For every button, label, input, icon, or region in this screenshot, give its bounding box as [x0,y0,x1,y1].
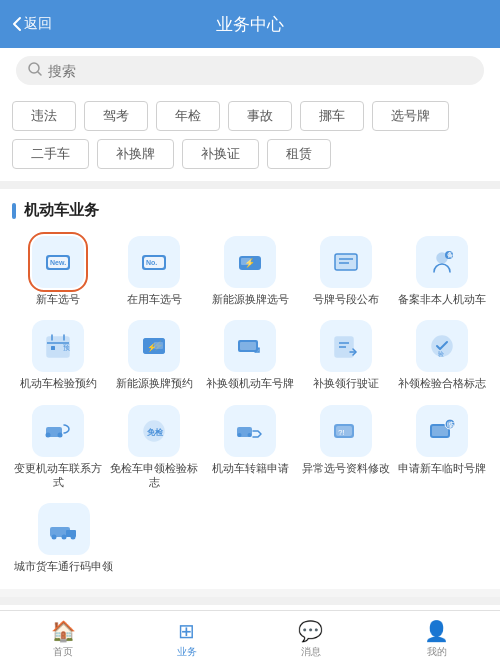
tag-rental[interactable]: 租赁 [267,139,331,169]
svg-text:预: 预 [63,344,70,351]
nav-home[interactable]: 🏠 首页 [51,619,76,659]
svg-rect-22 [51,346,55,350]
grid-item-free-inspect[interactable]: 免检 免检车申领检验标志 [108,401,200,494]
svg-rect-11 [335,254,357,270]
svg-rect-28 [154,342,163,349]
inspect-appt-label: 机动车检验预约 [20,376,97,390]
non-resident-label: 备案非本人机动车 [398,292,486,306]
collect-plate-label: 补换领机动车号牌 [206,376,294,390]
new-energy-appt-label: 新能源换牌预约 [116,376,193,390]
new-plate-label: 新车选号 [36,292,80,306]
svg-text:?!: ?! [338,428,345,437]
tag-tow[interactable]: 挪车 [300,101,364,131]
free-inspect-icon: 免检 [128,405,180,457]
grid-item-plate-range[interactable]: 号牌号段公布 [300,232,392,310]
tag-used-car[interactable]: 二手车 [12,139,89,169]
bottom-nav: 🏠 首页 ⊞ 业务 💬 消息 👤 我的 [0,610,500,666]
tag-violation[interactable]: 违法 [12,101,76,131]
grid-item-non-resident[interactable]: 备 备案非本人机动车 [396,232,488,310]
abnormal-select-icon: ?! [320,405,372,457]
nav-home-label: 首页 [53,645,73,659]
svg-point-42 [238,433,242,437]
motor-grid: New. 新车选号 No. 在用车选号 [12,232,488,493]
svg-text:免检: 免检 [146,428,164,437]
inspect-cert-label: 补领检验合格标志 [398,376,486,390]
quick-tags: 违法 驾考 年检 事故 挪车 选号牌 二手车 补换牌 补换证 租赁 [0,93,500,181]
grid-item-abnormal-select[interactable]: ?! 异常选号资料修改 [300,401,392,494]
tag-plate-select[interactable]: 选号牌 [372,101,449,131]
transfer-label: 机动车转籍申请 [212,461,289,475]
inspect-cert-icon: 验 [416,320,468,372]
non-resident-icon: 备 [416,236,468,288]
new-energy-icon: ⚡ [224,236,276,288]
city-cargo-label: 城市货车通行码申领 [14,559,113,573]
user-icon: 👤 [424,619,449,643]
grid-item-replace-license[interactable]: 补换领行驶证 [300,316,392,394]
tag-driving-exam[interactable]: 驾考 [84,101,148,131]
search-input[interactable] [48,63,472,79]
change-motor-label: 变更机动车联系方式 [14,461,102,490]
svg-point-38 [58,432,63,437]
svg-point-43 [248,433,252,437]
divider-1 [0,181,500,189]
main-content: 违法 驾考 年检 事故 挪车 选号牌 二手车 补换牌 补换证 租赁 机动车业务 … [0,48,500,666]
svg-point-37 [46,432,51,437]
svg-line-1 [38,72,41,75]
inspect-appt-icon: 预 [32,320,84,372]
free-inspect-label: 免检车申领检验标志 [110,461,198,490]
grid-item-inspect-appt[interactable]: 预 机动车检验预约 [12,316,104,394]
grid-item-new-energy-appt[interactable]: ⚡ ⚡ 新能源换牌预约 [108,316,200,394]
temp-plate-label: 申请新车临时号牌 [398,461,486,475]
svg-text:验: 验 [438,351,444,357]
grid-item-collect-plate[interactable]: 补换领机动车号牌 [204,316,296,394]
grid-item-new-energy[interactable]: ⚡ 新能源换牌选号 [204,232,296,310]
motor-section-title: 机动车业务 [12,201,488,220]
header: 返回 业务中心 [0,0,500,48]
replace-license-icon [320,320,372,372]
used-plate-label: 在用车选号 [127,292,182,306]
grid-item-change-motor[interactable]: 变更机动车联系方式 [12,401,104,494]
search-bar [0,48,500,93]
nav-my[interactable]: 👤 我的 [424,619,449,659]
motor-section: 机动车业务 New. 新车选号 [0,189,500,589]
tag-annual-inspect[interactable]: 年检 [156,101,220,131]
nav-my-label: 我的 [427,645,447,659]
grid-item-temp-plate[interactable]: 临 申请新车临时号牌 [396,401,488,494]
nav-business-label: 业务 [177,645,197,659]
nav-business[interactable]: ⊞ 业务 [177,619,197,659]
back-button[interactable]: 返回 [12,15,52,33]
grid-item-transfer[interactable]: 机动车转籍申请 [204,401,296,494]
new-energy-label: 新能源换牌选号 [212,292,289,306]
nav-message-label: 消息 [301,645,321,659]
city-cargo-icon [38,503,90,555]
used-plate-icon: No. [128,236,180,288]
svg-rect-10 [241,258,251,265]
message-icon: 💬 [298,619,323,643]
replace-license-label: 补换领行驶证 [313,376,379,390]
svg-text:备: 备 [447,251,454,258]
new-plate-icon: New. [32,236,84,288]
grid-icon: ⊞ [178,619,195,643]
temp-plate-icon: 临 [416,405,468,457]
tag-replace-cert[interactable]: 补换证 [182,139,259,169]
svg-text:No.: No. [146,259,157,266]
grid-item-city-cargo[interactable]: 城市货车通行码申领 [12,499,115,577]
grid-item-used-plate[interactable]: No. 在用车选号 [108,232,200,310]
grid-item-new-plate[interactable]: New. 新车选号 [12,232,104,310]
svg-point-54 [61,535,66,540]
grid-item-inspect-cert[interactable]: 验 补领检验合格标志 [396,316,488,394]
svg-rect-48 [432,426,448,436]
home-icon: 🏠 [51,619,76,643]
nav-message[interactable]: 💬 消息 [298,619,323,659]
search-wrapper[interactable] [16,56,484,85]
plate-range-icon [320,236,372,288]
svg-point-53 [51,535,56,540]
tag-accident[interactable]: 事故 [228,101,292,131]
new-energy-appt-icon: ⚡ ⚡ [128,320,180,372]
collect-plate-icon [224,320,276,372]
plate-range-label: 号牌号段公布 [313,292,379,306]
page-title: 业务中心 [216,13,284,36]
svg-text:临: 临 [447,421,454,428]
svg-text:New.: New. [50,259,66,266]
tag-replace-plate[interactable]: 补换牌 [97,139,174,169]
